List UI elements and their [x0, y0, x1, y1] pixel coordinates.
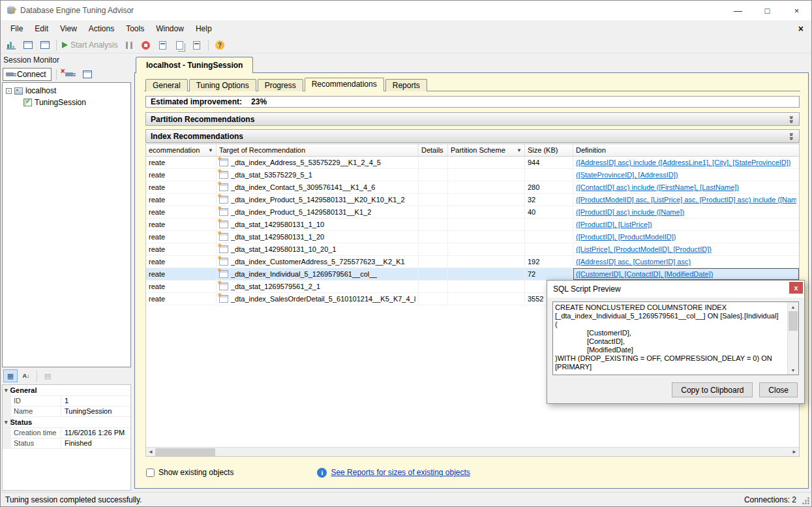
collapse-chevron-icon[interactable]: »»	[788, 132, 794, 140]
stop-analysis-button[interactable]	[138, 38, 154, 52]
toolbar-separator	[37, 371, 37, 382]
property-row[interactable]: ID 1	[3, 396, 130, 407]
scroll-down-icon[interactable]: ▼	[788, 365, 798, 375]
definition-link[interactable]: ([ListPrice], [ProductModelID], [Product…	[576, 245, 712, 253]
column-header-size[interactable]: Size (KB)	[525, 144, 573, 156]
maximize-button[interactable]: □	[753, 1, 782, 20]
document-tab[interactable]: localhost - TuningSession	[136, 57, 253, 73]
target-cell: _dta_index_Product_5_1429580131__K20_K10…	[217, 194, 419, 206]
definition-link[interactable]: ([ProductID], [ListPrice])	[576, 221, 652, 228]
column-header-target[interactable]: Target of Recommendation	[217, 144, 419, 156]
estimated-improvement-value: 23%	[251, 97, 267, 106]
help-button[interactable]: ?	[212, 38, 228, 52]
column-header-partition-scheme[interactable]: Partition Scheme ▼	[448, 144, 525, 156]
partition-scheme-cell	[448, 219, 525, 230]
tree-node-server[interactable]: - localhost	[3, 85, 130, 97]
property-row[interactable]: Status Finished	[3, 438, 130, 449]
property-row[interactable]: Name TuningSession	[3, 407, 130, 417]
menu-view[interactable]: View	[54, 22, 83, 36]
tab-reports[interactable]: Reports	[385, 79, 427, 91]
menu-tools[interactable]: Tools	[120, 22, 150, 36]
menu-edit[interactable]: Edit	[29, 22, 54, 36]
table-row[interactable]: reate_dta_stat_1429580131_1_10([ProductI…	[146, 219, 799, 231]
collapse-chevron-icon[interactable]: »»	[788, 115, 794, 123]
table-row[interactable]: reate_dta_stat_1429580131_10_20_1([ListP…	[146, 243, 799, 256]
column-header-recommendation[interactable]: ecommendation ▼	[146, 144, 217, 156]
collapse-expander-icon[interactable]: -	[6, 88, 12, 94]
minimize-button[interactable]: —	[723, 1, 753, 20]
copy-results-button[interactable]	[172, 38, 188, 52]
open-session-button[interactable]	[20, 38, 36, 52]
table-row[interactable]: reate_dta_index_Product_5_1429580131__K2…	[146, 194, 799, 206]
tab-general[interactable]: General	[145, 79, 188, 91]
preview-report-icon	[193, 41, 200, 50]
partition-recommendations-header[interactable]: Partition Recommendations »»	[145, 112, 800, 126]
import-workload-button[interactable]	[37, 38, 53, 52]
new-session-button[interactable]	[3, 38, 19, 52]
dialog-close-button[interactable]: x	[789, 282, 803, 294]
tab-progress[interactable]: Progress	[258, 79, 303, 91]
definition-link[interactable]: ([AddressID] asc, [CustomerID] asc)	[576, 258, 691, 266]
tree-node-session[interactable]: TuningSession	[3, 97, 130, 108]
h-scrollbar-thumb[interactable]	[155, 448, 215, 456]
dialog-close-action-button[interactable]: Close	[759, 382, 798, 397]
table-row[interactable]: reate_dta_stat_1429580131_1_20([ProductI…	[146, 231, 799, 243]
horizontal-scrollbar[interactable]: ◄ ►	[146, 447, 799, 456]
definition-link[interactable]: ([StateProvinceID], [AddressID])	[576, 171, 678, 179]
table-row[interactable]: reate_dta_index_CustomerAddress_5_725577…	[146, 256, 799, 268]
show-existing-checkbox[interactable]	[146, 469, 155, 477]
menu-actions[interactable]: Actions	[83, 22, 120, 36]
property-category-general[interactable]: ▾ General	[3, 385, 130, 396]
close-button[interactable]: ×	[782, 1, 811, 20]
tab-tuning-options[interactable]: Tuning Options	[189, 79, 256, 91]
property-category-status[interactable]: ▾ Status	[3, 417, 130, 428]
recommendation-filter-icon[interactable]: ▼	[205, 147, 213, 153]
column-header-details[interactable]: Details	[419, 144, 448, 156]
close-document-icon[interactable]: ×	[798, 23, 804, 34]
vertical-scrollbar[interactable]: ▲ ▼	[787, 302, 798, 375]
see-reports-link[interactable]: See Reports for sizes of existing object…	[331, 468, 470, 477]
index-recommendations-header[interactable]: Index Recommendations »»	[145, 129, 800, 143]
property-row[interactable]: Creation time 11/6/2016 1:26 PM	[3, 428, 130, 438]
connect-button[interactable]: Connect	[3, 68, 52, 81]
menu-file[interactable]: File	[5, 22, 29, 36]
definition-link[interactable]: ([ProductModelID] asc, [ListPrice] asc, …	[576, 196, 796, 204]
copy-to-clipboard-button[interactable]: Copy to Clipboard	[672, 382, 753, 397]
size-cell	[525, 243, 573, 255]
start-analysis-button[interactable]: Start Analysis	[60, 38, 120, 52]
dialog-titlebar[interactable]: SQL Script Preview x	[547, 281, 804, 298]
v-scrollbar-thumb[interactable]	[789, 311, 798, 331]
property-pages-button[interactable]: ▤	[40, 369, 55, 382]
tab-recommendations[interactable]: Recommendations	[305, 78, 384, 91]
table-row[interactable]: reate_dta_index_Contact_5_309576141__K1_…	[146, 181, 799, 194]
definition-link[interactable]: ([CustomerID], [ContactID], [ModifiedDat…	[576, 270, 713, 278]
alphabetical-sort-button[interactable]: A↓	[19, 369, 33, 382]
sql-preview-box[interactable]: CREATE NONCLUSTERED COLUMNSTORE INDEX [_…	[552, 301, 799, 375]
partition-scheme-filter-icon[interactable]: ▼	[514, 147, 522, 153]
categorized-button[interactable]: ▦	[3, 369, 18, 382]
definition-link[interactable]: ([AddressID] asc) include ([AddressLine1…	[576, 159, 791, 166]
app-icon	[6, 5, 16, 16]
session-monitor-title: Session Monitor	[1, 54, 132, 67]
scroll-right-icon[interactable]: ►	[790, 448, 799, 456]
play-icon	[62, 42, 68, 48]
scroll-left-icon[interactable]: ◄	[146, 448, 155, 456]
table-row[interactable]: reate_dta_index_Product_5_1429580131__K1…	[146, 206, 799, 219]
disconnect-button[interactable]	[61, 67, 77, 82]
resize-grip[interactable]	[802, 497, 810, 505]
column-header-definition[interactable]: Definition	[573, 144, 799, 156]
scroll-up-icon[interactable]: ▲	[788, 302, 798, 311]
preview-report-button[interactable]	[189, 38, 205, 52]
delete-session-button[interactable]	[80, 67, 95, 82]
table-row[interactable]: reate_dta_index_Individual_5_1269579561_…	[146, 268, 799, 281]
session-tree: - localhost TuningSession	[2, 82, 131, 367]
pause-analysis-button[interactable]	[121, 38, 137, 52]
definition-link[interactable]: ([ProductID], [ProductModelID])	[576, 233, 676, 241]
table-row[interactable]: reate_dta_stat_53575229_5_1([StateProvin…	[146, 169, 799, 181]
definition-link[interactable]: ([ContactID] asc) include ([FirstName], …	[576, 183, 739, 191]
table-row[interactable]: reate_dta_index_Address_5_53575229__K1_2…	[146, 157, 799, 169]
menu-help[interactable]: Help	[190, 22, 218, 36]
definition-link[interactable]: ([ProductID] asc) include ([Name])	[576, 208, 684, 216]
save-recommendations-button[interactable]	[155, 38, 171, 52]
menu-window[interactable]: Window	[150, 22, 190, 36]
